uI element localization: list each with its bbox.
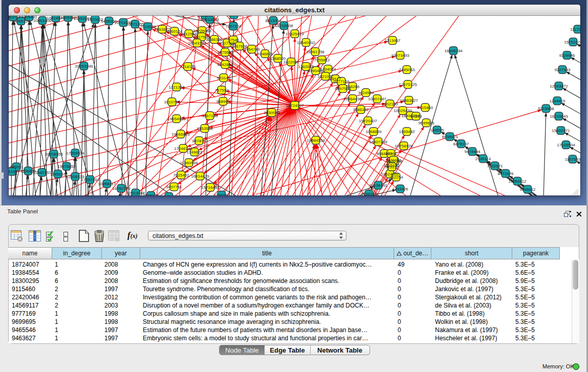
svg-text:9699695: 9699695 bbox=[418, 121, 434, 125]
svg-text:10958117: 10958117 bbox=[98, 182, 117, 186]
svg-text:8471676: 8471676 bbox=[497, 171, 514, 176]
svg-text:15720407: 15720407 bbox=[359, 119, 377, 123]
svg-text:1095811: 1095811 bbox=[161, 194, 177, 195]
svg-text:10654112: 10654112 bbox=[509, 179, 527, 184]
svg-text:14136141: 14136141 bbox=[369, 183, 387, 188]
svg-text:12093872: 12093872 bbox=[550, 84, 568, 89]
svg-text:9136486: 9136486 bbox=[226, 16, 242, 17]
svg-text:7857224: 7857224 bbox=[225, 24, 242, 29]
svg-text:12975125: 12975125 bbox=[399, 82, 417, 87]
svg-text:1213967: 1213967 bbox=[384, 38, 401, 43]
svg-text:2935114: 2935114 bbox=[475, 157, 491, 161]
svg-text:1221334: 1221334 bbox=[168, 85, 185, 90]
svg-text:10756928: 10756928 bbox=[395, 144, 413, 148]
svg-text:12942757: 12942757 bbox=[33, 170, 51, 175]
svg-text:7515526: 7515526 bbox=[140, 25, 156, 29]
svg-text:64643: 64643 bbox=[410, 114, 422, 119]
svg-text:16033809: 16033809 bbox=[201, 17, 219, 22]
svg-text:1610755: 1610755 bbox=[164, 100, 180, 104]
svg-text:8960124: 8960124 bbox=[166, 29, 183, 34]
svg-text:6794024: 6794024 bbox=[320, 67, 336, 72]
svg-text:10967: 10967 bbox=[385, 151, 397, 156]
svg-text:10973493: 10973493 bbox=[391, 53, 409, 58]
svg-text:757552: 757552 bbox=[215, 88, 229, 93]
svg-text:15751074: 15751074 bbox=[564, 40, 580, 45]
svg-text:2202160: 2202160 bbox=[382, 102, 398, 106]
svg-text:1795725: 1795725 bbox=[143, 193, 159, 195]
svg-text:1292346: 1292346 bbox=[213, 193, 230, 195]
svg-text:3624554: 3624554 bbox=[358, 91, 374, 95]
svg-text:1145193: 1145193 bbox=[50, 172, 66, 177]
svg-text:2718176: 2718176 bbox=[180, 64, 196, 69]
svg-text:19166825: 19166825 bbox=[171, 132, 190, 137]
svg-text:39151: 39151 bbox=[9, 169, 18, 174]
svg-text:9329946: 9329946 bbox=[559, 53, 575, 58]
svg-text:16210643: 16210643 bbox=[550, 114, 568, 119]
svg-text:988961: 988961 bbox=[216, 99, 230, 104]
svg-text:9115460: 9115460 bbox=[418, 105, 433, 110]
svg-text:252254: 252254 bbox=[389, 175, 403, 180]
svg-text:11360994: 11360994 bbox=[180, 161, 199, 165]
svg-text:9777169: 9777169 bbox=[333, 79, 350, 84]
svg-text:9457791: 9457791 bbox=[166, 185, 182, 189]
svg-text:7485063: 7485063 bbox=[399, 68, 415, 72]
svg-text:17957253: 17957253 bbox=[81, 178, 99, 182]
svg-text:3875685: 3875685 bbox=[217, 50, 233, 55]
svg-text:14055724: 14055724 bbox=[12, 19, 30, 24]
svg-text:1749822: 1749822 bbox=[186, 150, 203, 155]
svg-text:1117207: 1117207 bbox=[570, 27, 580, 32]
svg-text:13325419: 13325419 bbox=[286, 32, 304, 36]
svg-text:1167533: 1167533 bbox=[565, 157, 580, 162]
svg-text:16914479: 16914479 bbox=[191, 174, 209, 179]
svg-text:9227343: 9227343 bbox=[554, 68, 571, 72]
svg-text:9245612: 9245612 bbox=[519, 187, 536, 192]
svg-text:1965492: 1965492 bbox=[399, 129, 415, 134]
svg-text:2830023: 2830023 bbox=[264, 111, 280, 115]
svg-text:17359924: 17359924 bbox=[66, 151, 84, 156]
svg-text:9474444: 9474444 bbox=[464, 149, 481, 154]
svg-text:1068869: 1068869 bbox=[365, 129, 382, 134]
svg-text:1733426: 1733426 bbox=[392, 187, 408, 191]
svg-text:1353594: 1353594 bbox=[197, 126, 213, 131]
svg-text:18640910: 18640910 bbox=[297, 40, 315, 45]
svg-text:19384554: 19384554 bbox=[307, 138, 325, 143]
svg-text:20206555: 20206555 bbox=[45, 152, 63, 157]
svg-text:20364436: 20364436 bbox=[343, 97, 362, 101]
svg-text:16648784: 16648784 bbox=[444, 49, 463, 53]
svg-text:164095: 164095 bbox=[430, 128, 444, 133]
svg-text:5215958: 5215958 bbox=[538, 106, 554, 111]
svg-text:1244415: 1244415 bbox=[549, 99, 565, 103]
svg-text:7625402: 7625402 bbox=[173, 173, 189, 178]
svg-text:7955812: 7955812 bbox=[314, 58, 330, 62]
svg-text:9242848: 9242848 bbox=[217, 62, 233, 67]
svg-text:1822037: 1822037 bbox=[283, 60, 299, 64]
svg-text:18218506: 18218506 bbox=[275, 24, 293, 28]
svg-text:20053346: 20053346 bbox=[75, 64, 93, 69]
svg-text:16543382: 16543382 bbox=[188, 41, 206, 46]
svg-text:7632621: 7632621 bbox=[487, 164, 503, 168]
svg-text:10807487: 10807487 bbox=[368, 97, 386, 101]
svg-text:15716485: 15716485 bbox=[201, 185, 220, 190]
svg-text:3267130: 3267130 bbox=[202, 114, 218, 118]
svg-text:16961758: 16961758 bbox=[306, 50, 324, 54]
svg-text:17016504: 17016504 bbox=[557, 143, 575, 147]
svg-text:16782759: 16782759 bbox=[112, 186, 130, 191]
svg-text:746266: 746266 bbox=[346, 84, 360, 89]
svg-text:12923468: 12923468 bbox=[126, 191, 145, 195]
svg-text:915132: 915132 bbox=[385, 165, 399, 169]
svg-text:9146821: 9146821 bbox=[257, 52, 273, 56]
svg-text:887834: 887834 bbox=[192, 139, 206, 143]
svg-text:17546: 17546 bbox=[228, 38, 239, 42]
svg-text:18807249: 18807249 bbox=[369, 140, 387, 144]
svg-text:8454749: 8454749 bbox=[244, 47, 260, 52]
svg-text:18724007: 18724007 bbox=[286, 103, 304, 108]
svg-text:19975857: 19975857 bbox=[57, 164, 76, 169]
svg-text:19654923: 19654923 bbox=[167, 117, 186, 121]
svg-text:8813054: 8813054 bbox=[265, 18, 281, 23]
svg-text:903144: 903144 bbox=[217, 76, 231, 80]
svg-text:9136141: 9136141 bbox=[361, 192, 377, 195]
svg-text:18226058: 18226058 bbox=[193, 29, 211, 33]
svg-text:6479197: 6479197 bbox=[453, 142, 469, 146]
svg-text:1120746: 1120746 bbox=[386, 158, 402, 163]
svg-text:10025433: 10025433 bbox=[394, 108, 412, 113]
